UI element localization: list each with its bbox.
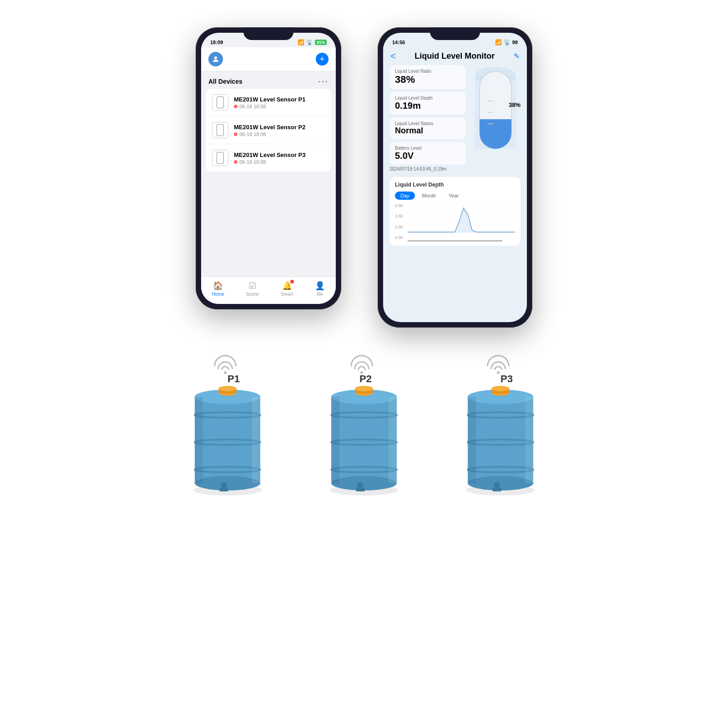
signal-icon: 📶 — [298, 39, 304, 46]
nav-me[interactable]: 👤 Me — [315, 281, 325, 297]
llm-body: Liquid Level Ratio 38% Liquid Level Dept… — [383, 65, 527, 165]
phone2-frame: 14:56 📶 📡 99 < Liquid Level Monitor ✎ Li… — [378, 27, 532, 328]
svg-point-55 — [491, 386, 510, 391]
bottom-section: P1 — [0, 346, 728, 499]
chart-line-area — [408, 203, 515, 233]
svg-rect-21 — [195, 397, 203, 483]
tank-svg — [475, 67, 516, 158]
wifi-dot-p1 — [224, 371, 227, 374]
device-item-p2[interactable]: ME201W Level Sensor P2 06-19 18:08 — [206, 116, 331, 144]
y-label-000: 0.00 — [395, 235, 403, 240]
phone1-time: 18:09 — [210, 40, 223, 45]
wifi-icon: 📡 — [306, 39, 313, 46]
barrel-p3-svg-container — [455, 379, 546, 499]
nav-home[interactable]: 🏠 Home — [212, 281, 224, 297]
device-name-p2: ME201W Level Sensor P2 — [234, 124, 325, 131]
llm-back-button[interactable]: < — [390, 51, 396, 61]
device-item-p1[interactable]: ME201W Level Sensor P1 06-19 18:08 — [206, 89, 331, 116]
y-label-090: 0.90 — [395, 203, 403, 208]
barrel-p1-svg — [182, 379, 273, 497]
svg-rect-22 — [252, 397, 260, 483]
barrel-p2-svg-container — [318, 379, 410, 499]
barrel-p3-svg — [455, 379, 546, 497]
device-time-p1: 06-19 18:08 — [234, 104, 325, 109]
device-icon-p1 — [212, 94, 228, 111]
sensor-icon-p3 — [217, 152, 224, 164]
nav-scene[interactable]: ☑ Scene — [246, 281, 259, 297]
stat-depth-value: 0.19m — [395, 101, 460, 111]
barrel-p1: P1 — [182, 355, 273, 499]
phone2-screen: 14:56 📶 📡 99 < Liquid Level Monitor ✎ Li… — [383, 33, 527, 322]
more-options-icon[interactable]: ··· — [318, 77, 329, 86]
barrel-p3-label: P3 — [500, 373, 513, 385]
device-name-p3: ME201W Level Sensor P3 — [234, 152, 325, 158]
svg-rect-38 — [356, 488, 365, 491]
barrel-p2-svg — [318, 379, 410, 497]
phone1-status-right: 📶 📡 91% — [298, 39, 327, 46]
svg-rect-50 — [525, 397, 533, 483]
wifi-dot-p3 — [497, 371, 500, 374]
barrel-p2-label: P2 — [359, 373, 372, 385]
location-dot-p1 — [234, 105, 238, 108]
svg-point-41 — [355, 386, 373, 391]
barrel-p3: P3 — [455, 355, 546, 499]
smart-badge — [290, 280, 294, 283]
device-time-p2: 06-19 18:08 — [234, 131, 325, 137]
tank-percent: 38% — [509, 101, 521, 108]
all-devices-header: All Devices ··· — [201, 71, 336, 89]
stat-status-label: Liquid Level Status — [395, 121, 460, 126]
me-icon: 👤 — [315, 281, 325, 291]
home-icon: 🏠 — [213, 281, 223, 291]
location-dot-p3 — [234, 160, 238, 164]
location-dot-p2 — [234, 132, 238, 136]
device-icon-p2 — [212, 122, 228, 138]
nav-smart[interactable]: 🔔 Smart — [281, 281, 293, 297]
barrel-p1-svg-container — [182, 379, 273, 499]
device-icon-p3 — [212, 150, 228, 166]
device-info-p3: ME201W Level Sensor P3 06-19 18:08 — [234, 152, 325, 165]
device-list: ME201W Level Sensor P1 06-19 18:08 ME201… — [206, 89, 331, 172]
scene-icon: ☑ — [248, 281, 258, 291]
phone2-notch — [430, 27, 480, 40]
device-item-p3[interactable]: ME201W Level Sensor P3 06-19 18:08 — [206, 144, 331, 172]
phone2-time: 14:56 — [392, 40, 405, 45]
llm-title: Liquid Level Monitor — [396, 51, 514, 61]
stat-battery-value: 5.0V — [395, 151, 460, 161]
llm-header: < Liquid Level Monitor ✎ — [383, 47, 527, 65]
chart-tab-year[interactable]: Year — [443, 192, 464, 200]
tank-illustration: 38% — [470, 65, 521, 165]
svg-rect-49 — [468, 397, 476, 483]
all-devices-title: All Devices — [208, 78, 243, 85]
device-time-p3: 06-19 18:08 — [234, 159, 325, 165]
device-info-p2: ME201W Level Sensor P2 06-19 18:08 — [234, 124, 325, 137]
avatar[interactable] — [208, 52, 223, 66]
phone1-frame: 18:09 📶 📡 91% + All Devices ··· — [196, 27, 341, 309]
chart-x-axis — [408, 241, 502, 241]
svg-rect-36 — [389, 397, 397, 483]
stat-battery-label: Battery Level — [395, 146, 460, 151]
phone1-battery: 91% — [315, 40, 327, 45]
svg-marker-13 — [408, 208, 515, 233]
stat-battery: Battery Level 5.0V — [389, 142, 466, 165]
device-name-p1: ME201W Level Sensor P1 — [234, 96, 325, 103]
phone2-status-right: 📶 📡 99 — [495, 39, 518, 46]
svg-rect-52 — [492, 488, 501, 491]
nav-me-label: Me — [317, 292, 323, 297]
timestamp: 2024/07/19 14:53:45_0.19m — [383, 165, 527, 173]
smart-icon: 🔔 — [282, 281, 292, 291]
phone2-wifi-icon: 📡 — [504, 39, 511, 46]
chart-tab-day[interactable]: Day — [395, 192, 415, 200]
y-label-060: 0.60 — [395, 214, 403, 218]
barrel-p1-label: P1 — [228, 373, 240, 385]
chart-tabs: Day Month Year — [395, 192, 515, 200]
llm-edit-button[interactable]: ✎ — [514, 52, 520, 61]
chart-title: Liquid Level Depth — [395, 182, 515, 188]
phone1-app-header: + — [201, 47, 336, 71]
chart-area: 0.90 0.60 0.30 0.00 — [395, 203, 515, 240]
barrel-p2: P2 — [318, 355, 410, 499]
phone1-screen: 18:09 📶 📡 91% + All Devices ··· — [201, 33, 336, 304]
svg-rect-35 — [331, 397, 339, 483]
app-add-button[interactable]: + — [316, 53, 329, 66]
chart-svg — [408, 203, 515, 233]
chart-tab-month[interactable]: Month — [417, 192, 442, 200]
